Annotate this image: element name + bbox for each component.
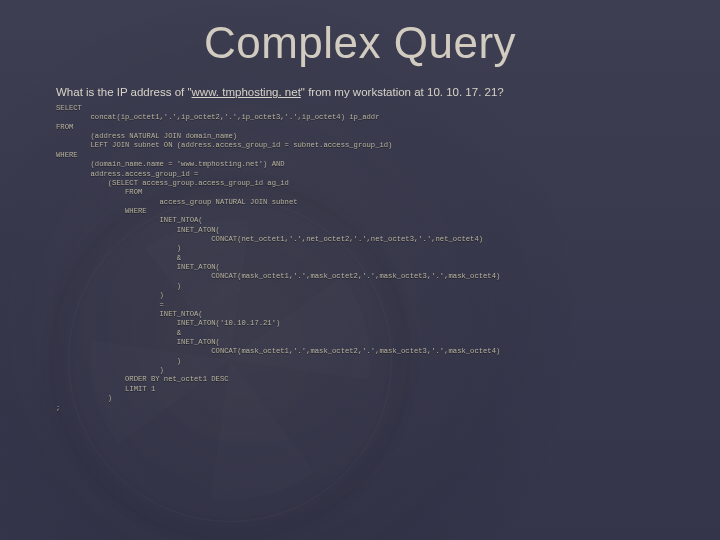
question-text: What is the IP address of "www. tmphosti… — [56, 86, 720, 98]
page-title: Complex Query — [0, 0, 720, 68]
question-prefix: What is the IP address of " — [56, 86, 192, 98]
slide-content: Complex Query What is the IP address of … — [0, 0, 720, 540]
hostname-link[interactable]: www. tmphosting. net — [192, 86, 301, 98]
sql-query-block: SELECT concat(ip_octet1,'.',ip_octet2,'.… — [56, 104, 720, 413]
question-suffix: " from my workstation at 10. 10. 17. 21? — [301, 86, 504, 98]
